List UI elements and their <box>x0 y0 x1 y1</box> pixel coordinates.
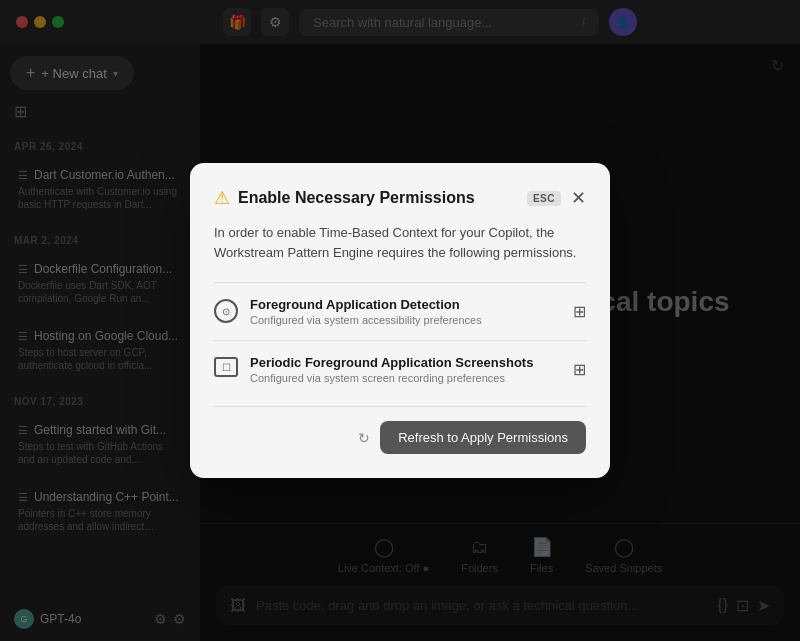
permission-title: Periodic Foreground Application Screensh… <box>250 355 533 370</box>
warning-icon: ⚠ <box>214 187 230 209</box>
foreground-detection-icon: ⊙ <box>214 299 238 323</box>
permission-desc: Configured via system screen recording p… <box>250 372 533 384</box>
permission-desc: Configured via system accessibility pref… <box>250 314 482 326</box>
esc-label: ESC <box>527 191 561 206</box>
permission-title: Foreground Application Detection <box>250 297 482 312</box>
modal-footer: ↻ Refresh to Apply Permissions <box>214 406 586 454</box>
modal-overlay: ⚠ Enable Necessary Permissions ESC ✕ In … <box>0 0 800 641</box>
permission-text: Foreground Application Detection Configu… <box>250 297 482 326</box>
permission-row-foreground: ⊙ Foreground Application Detection Confi… <box>214 282 586 340</box>
refresh-apply-label: Refresh to Apply Permissions <box>398 430 568 445</box>
permission-left: ☐ Periodic Foreground Application Screen… <box>214 355 533 384</box>
modal-header-right: ESC ✕ <box>527 189 586 207</box>
screenshots-icon: ☐ <box>214 357 238 377</box>
permissions-modal: ⚠ Enable Necessary Permissions ESC ✕ In … <box>190 163 610 478</box>
permission-left: ⊙ Foreground Application Detection Confi… <box>214 297 482 326</box>
refresh-icon[interactable]: ↻ <box>358 430 370 446</box>
close-icon[interactable]: ✕ <box>571 189 586 207</box>
permission-settings-icon[interactable]: ⊞ <box>573 302 586 321</box>
modal-header: ⚠ Enable Necessary Permissions ESC ✕ <box>214 187 586 209</box>
modal-description: In order to enable Time-Based Context fo… <box>214 223 586 262</box>
modal-title-row: ⚠ Enable Necessary Permissions <box>214 187 475 209</box>
permission-text: Periodic Foreground Application Screensh… <box>250 355 533 384</box>
permission-settings-icon[interactable]: ⊞ <box>573 360 586 379</box>
modal-title: Enable Necessary Permissions <box>238 189 475 207</box>
permission-row-screenshots: ☐ Periodic Foreground Application Screen… <box>214 340 586 398</box>
refresh-apply-button[interactable]: Refresh to Apply Permissions <box>380 421 586 454</box>
